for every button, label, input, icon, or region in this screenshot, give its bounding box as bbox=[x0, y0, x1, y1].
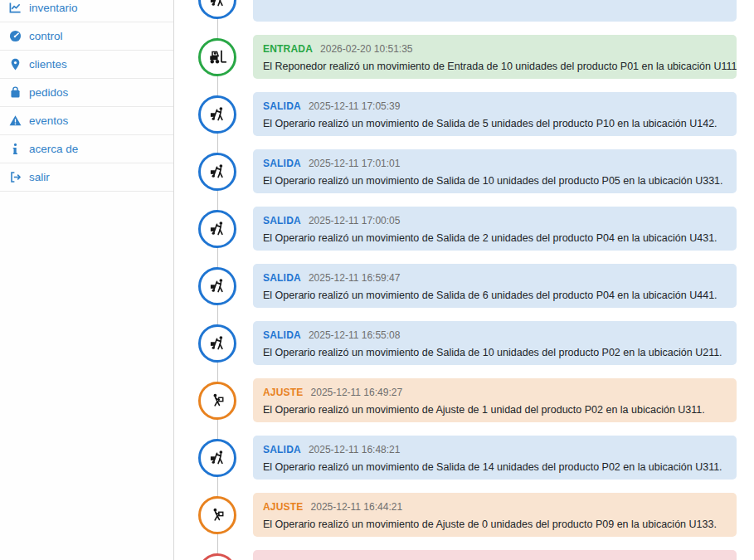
sidebar-item-control[interactable]: control bbox=[0, 22, 173, 51]
event-type-badge: SALIDA bbox=[263, 272, 301, 284]
timeline-event-card: AJUSTE2025-12-11 16:49:27 El Operario re… bbox=[253, 378, 737, 422]
event-timestamp: 2025-12-11 17:00:05 bbox=[309, 215, 401, 226]
shopping-bag-icon bbox=[8, 86, 22, 100]
event-description: El Operario realizó un movimiento de Sal… bbox=[263, 174, 727, 187]
timeline-event-ajuste: AJUSTE2025-12-11 16:44:21 El Operario re… bbox=[174, 492, 754, 538]
sidebar-item-salir[interactable]: salir bbox=[0, 163, 173, 192]
timeline-event-circle bbox=[198, 324, 236, 363]
timeline-event-header: SALIDA2025-12-11 16:55:08 bbox=[263, 328, 727, 342]
event-type-badge: SALIDA bbox=[263, 100, 301, 112]
event-description: El Operario realizó un movimiento de Sal… bbox=[263, 460, 727, 474]
timeline-event-salida: SALIDA2025-12-11 17:01:01 El Operario re… bbox=[174, 149, 754, 195]
timeline-event-card: SALIDA2025-12-11 17:00:05 El Operario re… bbox=[253, 207, 737, 251]
timeline-event-salida: SALIDA2025-12-11 17:05:39 El Operario re… bbox=[174, 91, 754, 138]
timeline-event-card: SALIDA2025-12-11 16:48:21 El Operario re… bbox=[253, 436, 737, 480]
timeline-event-header: AJUSTE2025-12-11 16:44:21 bbox=[263, 499, 727, 514]
timeline-event-card bbox=[253, 550, 737, 560]
timeline-event-card: AJUSTE2025-12-11 16:44:21 El Operario re… bbox=[253, 493, 737, 537]
timeline-event-circle bbox=[198, 439, 236, 477]
sign-out-icon bbox=[8, 171, 22, 184]
forklift-icon bbox=[207, 47, 227, 67]
person-carry-icon bbox=[207, 505, 227, 525]
timeline-event-circle bbox=[198, 496, 236, 534]
person-dolly-icon bbox=[207, 162, 227, 182]
timeline-event-circle bbox=[198, 38, 236, 76]
event-description: El Reponedor realizó un movimiento de En… bbox=[263, 60, 727, 73]
sidebar-item-label: pedidos bbox=[29, 86, 68, 99]
timeline-event-salida: SALIDA2025-12-11 16:59:47 El Operario re… bbox=[174, 263, 754, 309]
sidebar-item-label: acerca de bbox=[29, 143, 78, 155]
timeline-event-card: SALIDA2025-12-11 16:59:47 El Operario re… bbox=[253, 264, 737, 308]
event-timestamp: 2025-12-11 16:48:21 bbox=[309, 444, 401, 455]
event-timestamp: 2025-12-11 16:55:08 bbox=[309, 329, 401, 341]
map-marker-icon bbox=[8, 58, 22, 71]
timeline-event-salida: SALIDA2025-12-11 16:55:08 El Operario re… bbox=[174, 320, 754, 367]
event-type-badge: AJUSTE bbox=[263, 387, 304, 398]
person-dolly-icon bbox=[207, 448, 227, 468]
timeline-event-header: SALIDA2025-12-11 17:00:05 bbox=[263, 213, 727, 227]
sidebar-item-label: clientes bbox=[29, 58, 67, 71]
sidebar-item-pedidos[interactable]: pedidos bbox=[0, 79, 173, 107]
event-timestamp: 2025-12-11 17:05:39 bbox=[309, 100, 401, 112]
timeline-event-circle bbox=[198, 267, 236, 305]
timeline-event-card: ENTRADA2026-02-20 10:51:35 El Reponedor … bbox=[253, 35, 737, 79]
event-timestamp: 2025-12-11 16:49:27 bbox=[311, 387, 403, 398]
timeline-event-card: SALIDA2025-12-11 17:05:39 El Operario re… bbox=[253, 92, 737, 136]
sidebar-item-label: control bbox=[29, 30, 63, 42]
event-description: El Operario realizó un movimiento de Sal… bbox=[263, 289, 727, 302]
chart-line-icon bbox=[8, 2, 22, 15]
event-type-badge: SALIDA bbox=[263, 444, 301, 455]
sidebar-item-eventos[interactable]: eventos bbox=[0, 107, 173, 135]
event-description: El Operario realizó un movimiento de Sal… bbox=[263, 346, 727, 359]
event-description: El Operario realizó un movimiento de Aju… bbox=[263, 518, 727, 531]
sidebar-item-label: eventos bbox=[29, 114, 68, 127]
timeline-event-circle bbox=[198, 382, 236, 420]
timeline-event-header: SALIDA2025-12-11 17:05:39 bbox=[263, 99, 727, 113]
event-type-badge: AJUSTE bbox=[263, 501, 304, 513]
timeline-event-circle bbox=[198, 0, 236, 19]
event-type-badge: SALIDA bbox=[263, 329, 301, 341]
timeline-event-circle bbox=[198, 95, 236, 134]
timeline-event-danger bbox=[174, 549, 754, 560]
sidebar-nav: inventario control clientes pedidos even… bbox=[0, 0, 173, 192]
timeline-event-salida: SALIDA2025-12-11 17:00:05 El Operario re… bbox=[174, 206, 754, 252]
timeline-event-salida: El Picker realizó un movimiento de Salid… bbox=[174, 0, 754, 23]
sidebar: inventario control clientes pedidos even… bbox=[0, 0, 174, 560]
event-type-badge: SALIDA bbox=[263, 215, 301, 226]
timeline-event-header: SALIDA2025-12-11 17:01:01 bbox=[263, 156, 727, 170]
event-timestamp: 2025-12-11 16:59:47 bbox=[309, 272, 401, 284]
timeline-event-header: SALIDA2025-12-11 16:48:21 bbox=[263, 442, 727, 456]
timeline-event-circle bbox=[198, 553, 236, 560]
timeline-event-salida: SALIDA2025-12-11 16:48:21 El Operario re… bbox=[174, 435, 754, 481]
sidebar-item-inventario[interactable]: inventario bbox=[0, 0, 173, 22]
sidebar-item-label: inventario bbox=[29, 2, 78, 14]
warning-triangle-icon bbox=[8, 114, 22, 128]
event-timestamp: 2026-02-20 10:51:35 bbox=[320, 43, 412, 55]
sidebar-item-acerca-de[interactable]: acerca de bbox=[0, 135, 173, 163]
timeline-event-header: ENTRADA2026-02-20 10:51:35 bbox=[263, 41, 727, 56]
event-type-badge: SALIDA bbox=[263, 158, 301, 169]
person-dolly-icon bbox=[207, 0, 227, 10]
event-description: El Operario realizó un movimiento de Sal… bbox=[263, 117, 727, 130]
person-dolly-icon bbox=[207, 219, 227, 239]
timeline-event-card: SALIDA2025-12-11 17:01:01 El Operario re… bbox=[253, 149, 737, 193]
timeline-event-header: SALIDA2025-12-11 16:59:47 bbox=[263, 270, 727, 285]
timeline-event-header: AJUSTE2025-12-11 16:49:27 bbox=[263, 385, 727, 399]
event-description: El Operario realizó un movimiento de Aju… bbox=[263, 403, 727, 416]
event-timestamp: 2025-12-11 17:01:01 bbox=[309, 158, 401, 169]
timeline-event-circle bbox=[198, 210, 236, 248]
tachometer-icon bbox=[8, 30, 22, 43]
timeline-event-ajuste: AJUSTE2025-12-11 16:49:27 El Operario re… bbox=[174, 377, 754, 424]
timeline-event-card: El Picker realizó un movimiento de Salid… bbox=[253, 0, 737, 22]
sidebar-item-label: salir bbox=[29, 171, 50, 183]
person-dolly-icon bbox=[207, 105, 227, 124]
person-carry-icon bbox=[207, 391, 227, 411]
event-description: El Operario realizó un movimiento de Sal… bbox=[263, 231, 727, 245]
timeline-event-entrada: ENTRADA2026-02-20 10:51:35 El Reponedor … bbox=[174, 34, 754, 80]
person-dolly-icon bbox=[207, 276, 227, 296]
event-timestamp: 2025-12-11 16:44:21 bbox=[311, 501, 403, 513]
info-icon bbox=[8, 143, 22, 156]
person-dolly-icon bbox=[207, 334, 227, 353]
sidebar-item-clientes[interactable]: clientes bbox=[0, 51, 173, 79]
events-timeline: El Picker realizó un movimiento de Salid… bbox=[174, 0, 754, 560]
